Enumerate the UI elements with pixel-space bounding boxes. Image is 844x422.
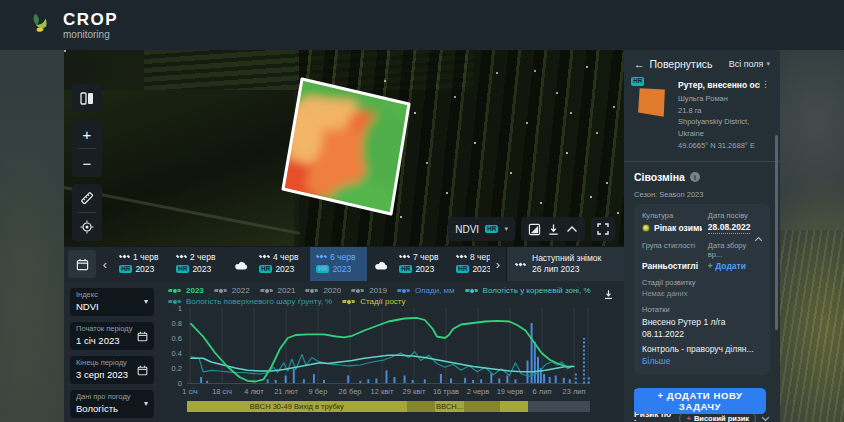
y-tick-label: 1 xyxy=(178,304,182,313)
all-fields-dropdown[interactable]: Всі поля ▾ xyxy=(729,59,770,69)
satellite-icon xyxy=(259,251,270,262)
legend-item[interactable]: 2022 xyxy=(214,286,250,295)
legend-item[interactable]: 2019 xyxy=(351,286,387,295)
index-select-value: NDVI xyxy=(76,301,148,312)
map-panel[interactable]: + − xyxy=(64,50,624,246)
growth-stages-bar[interactable]: BBCH 30-49 Вихід в трубкуBBCH... xyxy=(187,401,590,412)
sidebar-header: ← Повернутись Всі поля ▾ xyxy=(634,58,770,70)
period-end-input[interactable]: Кінець періоду 3 серп 2023 xyxy=(70,356,154,384)
legend-item[interactable]: 2023 xyxy=(168,286,204,295)
x-tick-label: 23 лип xyxy=(562,387,585,396)
field-menu-button[interactable]: ⋮ xyxy=(761,80,770,90)
next-image-date: 26 лип 2023 xyxy=(532,264,601,275)
culture-value: Ріпак озимий xyxy=(642,222,702,234)
timeline-items: 1 червHR20232 червHR20234 червHR20236 че… xyxy=(113,247,490,281)
crop-type-icon xyxy=(642,224,650,232)
timeline-date-item[interactable]: 1 червHR2023 xyxy=(113,247,170,281)
zoom-out-button[interactable]: − xyxy=(72,149,102,177)
x-tick-label: 19 черв xyxy=(497,387,524,396)
legend-marker xyxy=(168,289,181,292)
map-actions-group xyxy=(521,217,585,241)
risk-marker-icon: + xyxy=(686,414,690,422)
add-task-button[interactable]: + ДОДАТИ НОВУ ЗАДАЧУ xyxy=(634,388,766,414)
index-select[interactable]: Індекс NDVI ▾ xyxy=(70,288,154,316)
info-icon[interactable]: i xyxy=(690,172,700,182)
legend-marker xyxy=(397,289,410,292)
x-tick-label: 16 трав xyxy=(433,387,459,396)
timeline-date-item[interactable]: 2 червHR2023 xyxy=(170,247,227,281)
legend-item[interactable]: Стадії росту xyxy=(342,297,405,306)
zoom-in-button[interactable]: + xyxy=(72,120,102,148)
y-tick-label: 0.8 xyxy=(172,319,182,328)
x-tick-label: 1 січ xyxy=(182,387,198,396)
risk-chevron-icon[interactable] xyxy=(761,414,770,422)
x-tick-label: 6 лип xyxy=(533,387,552,396)
calendar-icon xyxy=(76,258,89,271)
index-select-label: Індекс xyxy=(76,291,148,299)
timeline-cloud-item[interactable] xyxy=(367,247,393,281)
legend-item[interactable]: Вологість у кореневій зоні, % xyxy=(465,286,591,295)
compare-icon xyxy=(80,92,94,105)
measure-ruler-button[interactable] xyxy=(72,184,102,212)
timeline-date-item[interactable]: 6 червHR2023 xyxy=(310,247,367,281)
field-location: Shpolyanskiy District, Ukraine xyxy=(678,116,760,139)
growth-stage-segment[interactable] xyxy=(500,401,527,412)
legend-item[interactable]: 2021 xyxy=(260,286,296,295)
timeline-date-item[interactable]: 4 червHR2023 xyxy=(253,247,310,281)
satellite-icon xyxy=(316,251,327,262)
timeline-date-item[interactable]: 8 червHR2023 xyxy=(450,247,490,281)
locate-button[interactable] xyxy=(72,213,102,241)
period-start-input[interactable]: Початок періоду 1 січ 2023 xyxy=(70,322,154,350)
next-image-box[interactable]: Наступний знімок 26 лип 2023 xyxy=(506,247,624,281)
timeline-prev-button[interactable]: ‹ xyxy=(97,247,113,281)
satellite-icon xyxy=(399,251,410,262)
growth-stage-segment[interactable] xyxy=(464,401,500,412)
timeline-calendar-button[interactable] xyxy=(68,250,96,278)
download-icon[interactable] xyxy=(547,223,560,236)
rotation-section-title: Сівозміна i xyxy=(634,171,770,183)
fullscreen-icon xyxy=(597,223,609,235)
field-shape-icon xyxy=(634,80,670,122)
index-layer-selector[interactable]: NDVI HR ▾ xyxy=(448,217,515,241)
weather-data-select[interactable]: Дані про погоду Вологість ▾ xyxy=(70,390,154,418)
legend-item[interactable]: Вологість поверхневого шару ґрунту, % xyxy=(168,297,332,306)
season-label: Сезон: Season 2023 xyxy=(634,190,770,199)
cloud-icon xyxy=(374,260,390,270)
chevron-down-icon: ▾ xyxy=(144,297,148,306)
field-card[interactable]: HR Рутер, внесенно осінь 2022 Шульга Ром… xyxy=(634,80,770,151)
legend-item[interactable]: Опади, мм xyxy=(397,286,455,295)
field-area: 21.8 га xyxy=(678,105,760,117)
chart-plot[interactable] xyxy=(187,308,590,384)
hr-badge: HR xyxy=(399,265,412,274)
growth-stage-segment[interactable] xyxy=(407,401,435,412)
hr-badge: HR xyxy=(456,265,469,274)
timeline-cloud-item[interactable] xyxy=(227,247,253,281)
crop-monitoring-logo[interactable]: CROP monitoring xyxy=(26,11,118,40)
hr-badge: HR xyxy=(316,265,329,274)
legend-marker xyxy=(168,300,181,303)
sidebar-scrollbar[interactable] xyxy=(775,135,778,330)
timeline-date-item[interactable]: 7 червHR2023 xyxy=(393,247,450,281)
timeline-next-button[interactable]: › xyxy=(490,247,506,281)
back-button[interactable]: ← Повернутись xyxy=(634,58,712,70)
compare-split-view-button[interactable] xyxy=(72,84,102,112)
growth-stage-segment[interactable]: BBCH... xyxy=(435,401,464,412)
legend-item[interactable]: 2020 xyxy=(305,286,341,295)
x-tick-label: 12 квіт xyxy=(371,387,394,396)
contrast-adjust-icon[interactable] xyxy=(528,223,541,236)
next-image-title: Наступний знімок xyxy=(532,253,601,264)
add-harvest-date-link[interactable]: + Додати xyxy=(708,261,762,271)
chevron-up-icon[interactable] xyxy=(566,225,578,233)
chart-download-button[interactable] xyxy=(603,286,614,304)
x-tick-label: 18 січ xyxy=(212,387,232,396)
growth-stage-segment[interactable] xyxy=(528,401,590,412)
cloud-icon xyxy=(234,260,250,270)
collapse-chevron-icon[interactable] xyxy=(754,228,763,246)
growth-stage-segment[interactable]: BBCH 30-49 Вихід в трубку xyxy=(187,401,407,412)
note-more-link[interactable]: Більше xyxy=(642,356,670,366)
fullscreen-button[interactable] xyxy=(591,217,615,241)
logo-subtitle: monitoring xyxy=(63,29,118,40)
hr-badge: HR xyxy=(259,265,272,274)
hr-badge: HR xyxy=(485,225,498,234)
x-tick-label: 2 черв xyxy=(467,387,490,396)
